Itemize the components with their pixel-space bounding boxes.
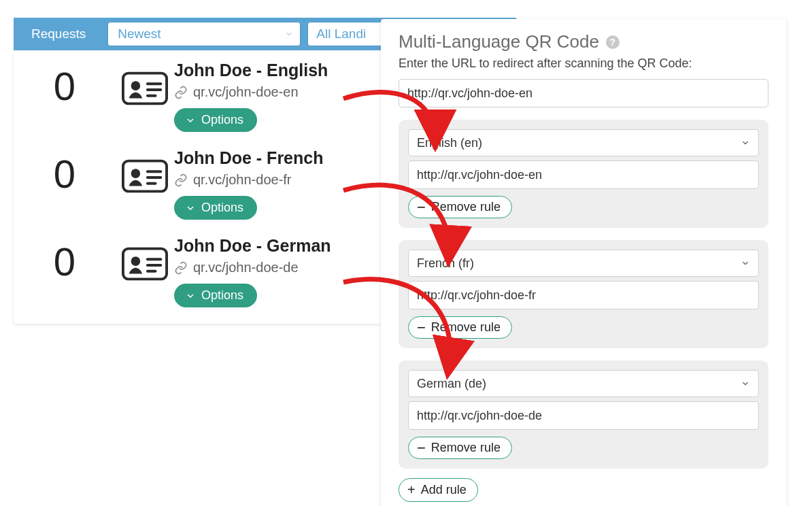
list-item: 0 John Doe - English qr.vc/john-doe-en xyxy=(14,51,381,139)
svg-rect-13 xyxy=(146,264,162,267)
rule-url-value: http://qr.vc/john-doe-de xyxy=(417,409,542,423)
chevron-down-icon xyxy=(285,30,293,38)
tab-requests-label: Requests xyxy=(31,27,86,41)
rule-card: English (en) http://qr.vc/john-doe-en − … xyxy=(399,120,768,228)
remove-rule-button[interactable]: − Remove rule xyxy=(408,196,512,218)
link-icon xyxy=(174,173,188,187)
remove-rule-label: Remove rule xyxy=(431,320,501,335)
svg-rect-14 xyxy=(146,270,157,273)
language-select[interactable]: English (en) xyxy=(408,129,759,156)
sort-select-value: Newest xyxy=(118,27,160,41)
panel-subtitle: Enter the URL to redirect after scanning… xyxy=(399,56,768,71)
language-select-value: English (en) xyxy=(417,136,482,150)
chevron-down-icon xyxy=(185,203,196,214)
item-url[interactable]: qr.vc/john-doe-de xyxy=(174,260,381,275)
add-rule-button[interactable]: + Add rule xyxy=(399,478,478,502)
rule-url-input[interactable]: http://qr.vc/john-doe-en xyxy=(408,161,759,189)
remove-rule-label: Remove rule xyxy=(431,200,501,214)
svg-rect-7 xyxy=(146,170,162,173)
chevron-down-icon xyxy=(185,115,196,126)
list-item: 0 John Doe - German qr.vc/john-doe-de xyxy=(14,226,381,314)
item-url[interactable]: qr.vc/john-doe-en xyxy=(174,84,381,100)
remove-rule-button[interactable]: − Remove rule xyxy=(408,316,512,339)
chevron-down-icon xyxy=(741,138,750,148)
options-button[interactable]: Options xyxy=(174,284,257,307)
default-url-value: http://qr.vc/john-doe-en xyxy=(407,86,532,101)
item-body: John Doe - English qr.vc/john-doe-en Opt… xyxy=(174,61,381,132)
vcard-icon xyxy=(116,148,174,193)
multi-language-panel: Multi-Language QR Code ? Enter the URL t… xyxy=(381,19,786,506)
vcard-icon xyxy=(116,61,174,105)
sort-select[interactable]: Newest xyxy=(107,22,301,46)
rule-card: French (fr) http://qr.vc/john-doe-fr − R… xyxy=(399,240,768,348)
options-label: Options xyxy=(201,201,243,215)
item-url-text: qr.vc/john-doe-de xyxy=(193,260,299,275)
chevron-down-icon xyxy=(741,379,750,388)
remove-rule-button[interactable]: − Remove rule xyxy=(408,437,512,459)
options-label: Options xyxy=(201,113,243,127)
svg-rect-12 xyxy=(146,258,162,260)
request-count: 0 xyxy=(14,61,116,109)
svg-rect-9 xyxy=(146,182,157,185)
options-button[interactable]: Options xyxy=(174,196,257,220)
vcard-icon xyxy=(116,236,174,281)
rule-url-input[interactable]: http://qr.vc/john-doe-de xyxy=(408,401,759,430)
item-body: John Doe - German qr.vc/john-doe-de Opti… xyxy=(174,236,381,307)
rule-url-value: http://qr.vc/john-doe-en xyxy=(417,168,542,182)
link-icon xyxy=(174,86,188,99)
language-select-value: French (fr) xyxy=(417,256,474,271)
item-url-text: qr.vc/john-doe-en xyxy=(193,84,299,100)
svg-point-11 xyxy=(131,256,141,266)
language-select-value: German (de) xyxy=(417,377,486,391)
rule-url-input[interactable]: http://qr.vc/john-doe-fr xyxy=(408,281,759,309)
default-url-input[interactable]: http://qr.vc/john-doe-en xyxy=(399,79,768,107)
chevron-down-icon xyxy=(741,258,750,268)
item-body: John Doe - French qr.vc/john-doe-fr Opti… xyxy=(174,148,381,220)
svg-point-1 xyxy=(131,81,141,90)
rule-card: German (de) http://qr.vc/john-doe-de − R… xyxy=(399,360,768,469)
options-label: Options xyxy=(201,288,243,303)
item-title[interactable]: John Doe - French xyxy=(174,148,381,168)
tab-requests[interactable]: Requests xyxy=(14,18,103,50)
landing-pages-list: 0 John Doe - English qr.vc/john-doe-en xyxy=(14,51,381,324)
list-item: 0 John Doe - French qr.vc/john-doe-fr xyxy=(14,139,381,226)
panel-title: Multi-Language QR Code ? xyxy=(399,31,768,52)
request-count: 0 xyxy=(14,148,116,197)
plus-icon: + xyxy=(407,482,416,498)
options-button[interactable]: Options xyxy=(174,108,257,132)
add-rule-label: Add rule xyxy=(421,483,467,497)
item-title[interactable]: John Doe - German xyxy=(174,236,381,256)
svg-rect-3 xyxy=(146,88,162,91)
filter-select[interactable]: All Landi xyxy=(307,22,389,46)
item-url[interactable]: qr.vc/john-doe-fr xyxy=(174,172,381,188)
link-icon xyxy=(174,261,188,275)
chevron-down-icon xyxy=(185,290,196,301)
item-title[interactable]: John Doe - English xyxy=(174,61,381,80)
rule-url-value: http://qr.vc/john-doe-fr xyxy=(417,288,536,303)
svg-rect-4 xyxy=(146,95,157,97)
filter-select-value: All Landi xyxy=(316,27,366,41)
language-select[interactable]: French (fr) xyxy=(408,250,759,277)
svg-rect-2 xyxy=(146,82,162,85)
panel-title-text: Multi-Language QR Code xyxy=(399,31,599,52)
svg-point-6 xyxy=(131,169,141,178)
request-count: 0 xyxy=(14,236,116,284)
svg-rect-8 xyxy=(146,176,162,179)
remove-rule-label: Remove rule xyxy=(431,441,501,455)
language-select[interactable]: German (de) xyxy=(408,370,759,397)
help-icon[interactable]: ? xyxy=(606,35,620,49)
item-url-text: qr.vc/john-doe-fr xyxy=(193,172,292,188)
